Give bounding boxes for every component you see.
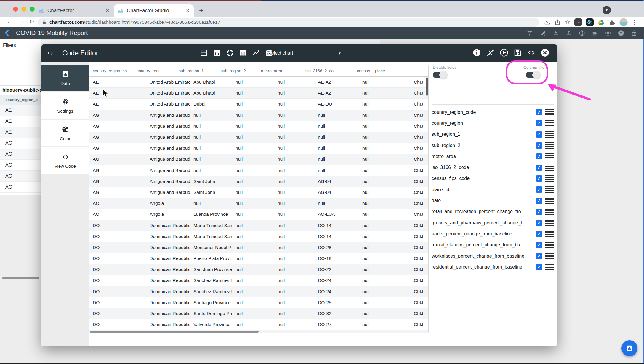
- drag-handle-icon[interactable]: [545, 198, 554, 204]
- drag-handle-icon[interactable]: [545, 220, 554, 226]
- dashboard-scrollbar-track[interactable]: [41, 40, 381, 44]
- drag-handle-icon[interactable]: [545, 175, 554, 182]
- browser-tab-chartfactor[interactable]: ChartFactor ✕: [35, 4, 113, 17]
- filter-icon[interactable]: [526, 30, 533, 36]
- table-row[interactable]: AGAntigua and Barbuda nullnull nullnull …: [89, 110, 428, 121]
- info-icon[interactable]: [472, 48, 481, 57]
- forward-icon[interactable]: →: [18, 18, 24, 25]
- field-checkbox[interactable]: ✓: [536, 131, 542, 138]
- tab-close-icon[interactable]: ✕: [186, 8, 190, 13]
- table-row[interactable]: DODominican Republic San Juan Provincenu…: [89, 264, 428, 275]
- google-drive-icon[interactable]: [597, 19, 605, 26]
- field-checkbox[interactable]: ✓: [536, 120, 542, 126]
- upload-icon[interactable]: [565, 30, 572, 36]
- nav-item-data[interactable]: Data: [41, 65, 89, 91]
- field-checkbox[interactable]: ✓: [536, 198, 542, 204]
- grid-dots-icon[interactable]: [605, 30, 611, 36]
- share-icon[interactable]: [554, 19, 561, 25]
- field-checkbox[interactable]: ✓: [536, 264, 542, 270]
- drag-handle-icon[interactable]: [545, 231, 554, 237]
- bar-chart-icon[interactable]: [213, 49, 221, 57]
- field-checkbox[interactable]: ✓: [536, 253, 542, 259]
- drag-handle-icon[interactable]: [545, 242, 554, 248]
- mini-table-row[interactable]: AE: [0, 105, 41, 116]
- download-icon[interactable]: [552, 30, 559, 36]
- table-row[interactable]: DODominican Republic Valverde Provincenu…: [89, 319, 428, 330]
- table-row[interactable]: DODominican Republic Sánchez Ramírez Pro…: [89, 275, 428, 286]
- mini-table-row[interactable]: AG: [0, 160, 41, 171]
- bookmark-star-icon[interactable]: ☆: [565, 19, 571, 25]
- drag-handle-icon[interactable]: [545, 209, 554, 215]
- help-icon[interactable]: ?: [618, 30, 624, 36]
- column-header[interactable]: iso_3166_2_co...: [302, 67, 353, 74]
- mini-table-row[interactable]: AG: [0, 149, 41, 160]
- mini-table-row[interactable]: AG: [0, 138, 41, 149]
- column-header[interactable]: country_region_co...: [89, 67, 133, 74]
- chart-settings-icon[interactable]: [539, 30, 546, 36]
- table-row[interactable]: AGAntigua and Barbuda nullnull nullnull …: [89, 154, 428, 165]
- drag-handle-icon[interactable]: [545, 142, 554, 149]
- column-header[interactable]: place: [371, 67, 385, 74]
- minimize-window-button[interactable]: [21, 7, 26, 12]
- browser-tab-chartfactor-studio[interactable]: ChartFactor Studio ✕: [114, 4, 194, 17]
- align-lines-icon[interactable]: [592, 30, 598, 36]
- trend-line-icon[interactable]: [252, 49, 260, 57]
- table-row[interactable]: AGAntigua and Barbuda Saint Johnnull nul…: [89, 187, 428, 198]
- column-header[interactable]: country_regi...: [133, 67, 175, 74]
- react-devtools-icon[interactable]: [586, 18, 594, 26]
- drag-handle-icon[interactable]: [545, 109, 554, 115]
- table-row[interactable]: AGAntigua and Barbuda nullnull nullnull …: [89, 121, 428, 132]
- address-bar[interactable]: chartfactor.com/studio/dashboard.html#/9…: [38, 18, 539, 27]
- extensions-puzzle-icon[interactable]: [608, 19, 616, 26]
- table-row[interactable]: AGAntigua and Barbuda nullnull nullnull …: [89, 143, 428, 154]
- pivot-table-icon[interactable]: [239, 49, 247, 57]
- donut-chart-icon[interactable]: [226, 49, 234, 57]
- interactions-off-icon[interactable]: [486, 48, 495, 57]
- field-checkbox[interactable]: ✓: [536, 142, 542, 149]
- field-checkbox[interactable]: ✓: [536, 153, 542, 159]
- mini-table-row[interactable]: AG: [0, 171, 41, 182]
- close-window-button[interactable]: [13, 7, 18, 12]
- reload-icon[interactable]: ↻: [29, 18, 34, 25]
- mini-table-row[interactable]: AE: [0, 127, 41, 138]
- column-header[interactable]: sub_region_2: [217, 67, 257, 74]
- chart-fab[interactable]: [621, 340, 637, 356]
- table-row[interactable]: DODominican Republic María Trinidad Sánc…: [89, 220, 428, 231]
- field-checkbox[interactable]: ✓: [536, 186, 542, 193]
- lock-icon[interactable]: [631, 30, 637, 36]
- table-row[interactable]: DODominican Republic Santiago Provincenu…: [89, 297, 428, 308]
- save-icon[interactable]: [513, 48, 522, 57]
- grid-chart-icon[interactable]: [200, 49, 208, 57]
- drag-handle-icon[interactable]: [545, 253, 554, 259]
- mini-table-scrollbar[interactable]: [2, 277, 39, 279]
- drag-handle-icon[interactable]: [545, 186, 554, 193]
- mini-table-row[interactable]: AE: [0, 116, 41, 127]
- drag-handle-icon[interactable]: [545, 264, 554, 270]
- column-header[interactable]: metro_area: [257, 67, 302, 74]
- browser-menu-icon[interactable]: ⋮: [632, 19, 637, 26]
- table-row[interactable]: AEUnited Arab Emirates Abu Dhabinull nul…: [89, 88, 428, 99]
- field-checkbox[interactable]: ✓: [536, 175, 542, 182]
- nav-item-settings[interactable]: Settings: [41, 92, 89, 119]
- table-row[interactable]: DODominican Republic Puerto Plata Provin…: [89, 253, 428, 264]
- table-row[interactable]: AOAngola nullnull nullnull nullChIJ: [89, 198, 428, 209]
- disable-fields-toggle[interactable]: [433, 72, 446, 78]
- field-checkbox[interactable]: ✓: [536, 109, 542, 115]
- table-row[interactable]: AGAntigua and Barbuda nullnull nullnull …: [89, 165, 428, 176]
- globe-icon[interactable]: [579, 30, 585, 36]
- drag-handle-icon[interactable]: [545, 153, 554, 159]
- mini-table-column-header[interactable]: country_region_c: [0, 95, 41, 105]
- tab-search-button[interactable]: ▾: [603, 6, 611, 14]
- column-header[interactable]: sub_region_1: [175, 67, 217, 74]
- table-row[interactable]: DODominican Republic Sánchez Ramírez Pro…: [89, 286, 428, 297]
- profile-avatar[interactable]: [619, 18, 628, 26]
- drag-handle-icon[interactable]: [545, 165, 554, 171]
- column-header[interactable]: census_fips_co...: [353, 67, 371, 74]
- table-vertical-scrollbar[interactable]: [426, 77, 428, 96]
- run-icon[interactable]: [500, 48, 508, 57]
- table-row[interactable]: AEUnited Arab Emirates Dubainull nullAE-…: [89, 99, 428, 110]
- nav-item-color[interactable]: Color: [41, 120, 89, 146]
- table-row[interactable]: AGAntigua and Barbuda Saint Johnnull nul…: [89, 176, 428, 187]
- tab-close-icon[interactable]: ✕: [105, 8, 109, 13]
- maximize-window-button[interactable]: [30, 7, 35, 12]
